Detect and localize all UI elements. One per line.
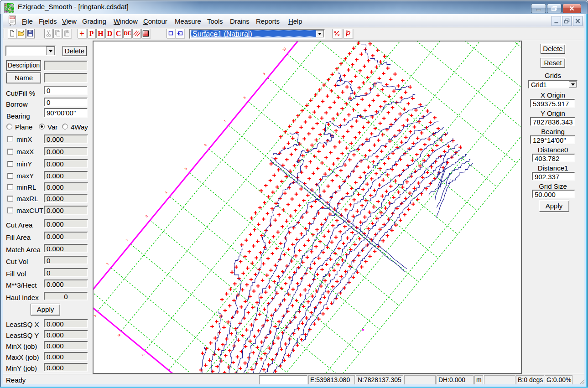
svg-text:B: B [117, 333, 121, 337]
svg-text:D: D [165, 372, 168, 373]
svg-text:9: 9 [262, 72, 266, 76]
svg-text:3: 3 [145, 214, 148, 218]
svg-text:2: 2 [125, 238, 129, 242]
svg-text:10: 10 [282, 47, 286, 52]
svg-text:7: 7 [223, 119, 227, 123]
svg-text:8: 8 [243, 96, 246, 99]
svg-text:6: 6 [203, 143, 207, 147]
svg-text:1: 1 [106, 262, 109, 266]
svg-text:C: C [141, 353, 145, 357]
svg-text:4: 4 [164, 191, 168, 194]
svg-text:A: A [94, 313, 97, 317]
svg-text:5: 5 [184, 167, 187, 171]
